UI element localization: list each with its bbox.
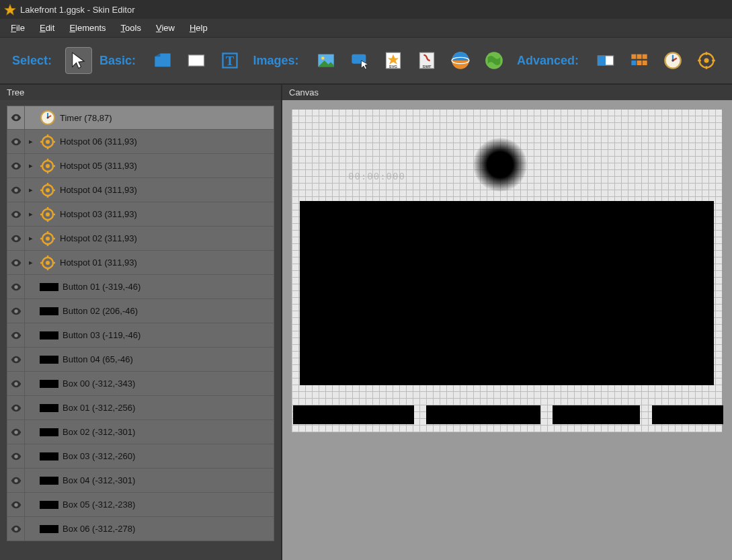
tree-row[interactable]: Button 02 (206,-46) <box>7 299 274 323</box>
visibility-toggle-icon[interactable] <box>7 202 25 226</box>
visibility-toggle-icon[interactable] <box>7 517 25 541</box>
tree-row[interactable]: ▸Hotspot 01 (311,93) <box>7 251 274 275</box>
visibility-toggle-icon[interactable] <box>7 420 25 444</box>
visibility-toggle-icon[interactable] <box>7 178 25 202</box>
element-thumb <box>40 452 58 461</box>
tree-row[interactable]: ▸Hotspot 03 (311,93) <box>7 202 274 227</box>
canvas-hotspot-preview[interactable] <box>473 138 527 192</box>
tool-hotspot-icon[interactable] <box>693 47 720 74</box>
canvas-button-row <box>293 405 723 424</box>
tool-svg-icon[interactable]: SVG <box>380 47 407 74</box>
tool-text-icon[interactable]: T <box>216 47 243 74</box>
svg-point-41 <box>46 212 50 216</box>
element-thumb <box>40 404 58 412</box>
visibility-toggle-icon[interactable] <box>7 469 25 492</box>
canvas-button-01[interactable] <box>293 405 414 424</box>
svg-point-26 <box>704 58 709 63</box>
menu-tools[interactable]: Tools <box>114 20 148 36</box>
tree-row[interactable]: ▸Hotspot 02 (311,93) <box>7 227 274 251</box>
visibility-toggle-icon[interactable] <box>7 444 25 468</box>
expand-toggle[interactable]: ▸ <box>25 234 37 243</box>
tree-row-label: Hotspot 06 (311,93) <box>60 136 137 147</box>
visibility-toggle-icon[interactable] <box>7 106 25 129</box>
window-title: Lakefront 1.ggsk - Skin Editor <box>20 5 135 15</box>
tool-map-icon[interactable] <box>481 47 507 74</box>
tree-panel: Tree Timer (78,87)▸Hotspot 06 (311,93)▸H… <box>0 85 282 560</box>
tree-row[interactable]: Box 02 (-312,-301) <box>7 420 274 444</box>
element-thumb <box>40 501 58 509</box>
menu-edit[interactable]: Edit <box>33 20 61 36</box>
expand-toggle[interactable]: ▸ <box>25 137 37 146</box>
tree-row[interactable]: Button 04 (65,-46) <box>7 348 274 372</box>
svg-point-5 <box>321 56 325 60</box>
menu-elements[interactable]: Elements <box>63 20 112 36</box>
svg-point-44 <box>46 237 50 241</box>
svg-point-29 <box>47 117 49 119</box>
visibility-toggle-icon[interactable] <box>7 299 25 323</box>
menu-help[interactable]: Help <box>183 20 214 36</box>
menu-view[interactable]: View <box>149 20 181 36</box>
tree-row-label: Button 02 (206,-46) <box>63 306 138 316</box>
tree-row[interactable]: Box 03 (-312,-260) <box>7 444 274 469</box>
visibility-toggle-icon[interactable] <box>7 372 25 395</box>
tree-row[interactable]: ▸Hotspot 05 (311,93) <box>7 154 274 178</box>
tree-row-label: Button 03 (-119,-46) <box>63 330 140 340</box>
tree-row-label: Hotspot 02 (311,93) <box>60 233 137 243</box>
visibility-toggle-icon[interactable] <box>7 154 25 177</box>
tool-swf-icon[interactable]: SWF <box>413 47 440 74</box>
canvas-area[interactable]: 00:00:000 <box>282 100 732 560</box>
tree-row[interactable]: Box 06 (-312,-278) <box>7 517 274 541</box>
tree-panel-header: Tree <box>0 85 281 100</box>
svg-point-58 <box>14 527 17 530</box>
svg-rect-20 <box>631 61 636 65</box>
visibility-toggle-icon[interactable] <box>7 251 25 274</box>
tree-row[interactable]: Box 00 (-312,-343) <box>7 372 274 396</box>
tree-row[interactable]: Button 01 (-319,-46) <box>7 275 274 299</box>
expand-toggle[interactable]: ▸ <box>25 186 37 194</box>
visibility-toggle-icon[interactable] <box>7 396 25 419</box>
svg-point-39 <box>14 212 17 216</box>
canvas-box-large[interactable] <box>300 201 714 385</box>
expand-toggle[interactable]: ▸ <box>25 210 37 218</box>
tool-image-icon[interactable] <box>313 47 339 74</box>
tool-videostrip-icon[interactable] <box>626 47 653 74</box>
tree-row[interactable]: Box 04 (-312,-301) <box>7 469 274 493</box>
tool-container-icon[interactable] <box>149 47 176 74</box>
visibility-toggle-icon[interactable] <box>7 323 25 347</box>
visibility-toggle-icon[interactable] <box>7 130 25 153</box>
visibility-toggle-icon[interactable] <box>7 275 25 298</box>
svg-rect-16 <box>598 56 606 65</box>
app-icon <box>4 3 16 15</box>
tool-select[interactable] <box>65 47 92 74</box>
visibility-toggle-icon[interactable] <box>7 348 25 371</box>
element-thumb <box>40 356 58 364</box>
tool-timer-icon[interactable] <box>659 47 686 74</box>
svg-point-36 <box>14 188 17 192</box>
canvas-button-04[interactable] <box>652 405 723 424</box>
canvas-surface[interactable]: 00:00:000 <box>292 110 722 432</box>
tool-seekbar-icon[interactable] <box>592 47 619 74</box>
tree-row[interactable]: Button 03 (-119,-46) <box>7 323 274 348</box>
tree-row[interactable]: ▸Hotspot 04 (311,93) <box>7 178 274 202</box>
tree[interactable]: Timer (78,87)▸Hotspot 06 (311,93)▸Hotspo… <box>0 100 281 560</box>
visibility-toggle-icon[interactable] <box>7 493 25 516</box>
svg-point-57 <box>14 503 17 506</box>
canvas-button-02[interactable] <box>426 405 540 424</box>
tree-row[interactable]: Box 05 (-312,-238) <box>7 493 274 517</box>
visibility-toggle-icon[interactable] <box>7 227 25 250</box>
tree-row[interactable]: Timer (78,87) <box>7 106 274 130</box>
tool-button-icon[interactable] <box>346 47 373 74</box>
svg-point-53 <box>14 406 17 409</box>
canvas-button-03[interactable] <box>553 405 640 424</box>
tool-rectangle-icon[interactable] <box>183 47 210 74</box>
tree-row[interactable]: Box 01 (-312,-256) <box>7 396 274 420</box>
svg-rect-19 <box>643 54 647 59</box>
menu-file[interactable]: File <box>4 20 32 36</box>
tool-nodeimage-icon[interactable] <box>447 47 474 74</box>
expand-toggle[interactable]: ▸ <box>25 161 37 170</box>
svg-rect-17 <box>631 54 636 59</box>
svg-point-48 <box>14 285 17 288</box>
svg-point-24 <box>672 59 674 62</box>
expand-toggle[interactable]: ▸ <box>25 258 37 267</box>
tree-row[interactable]: ▸Hotspot 06 (311,93) <box>7 130 274 154</box>
